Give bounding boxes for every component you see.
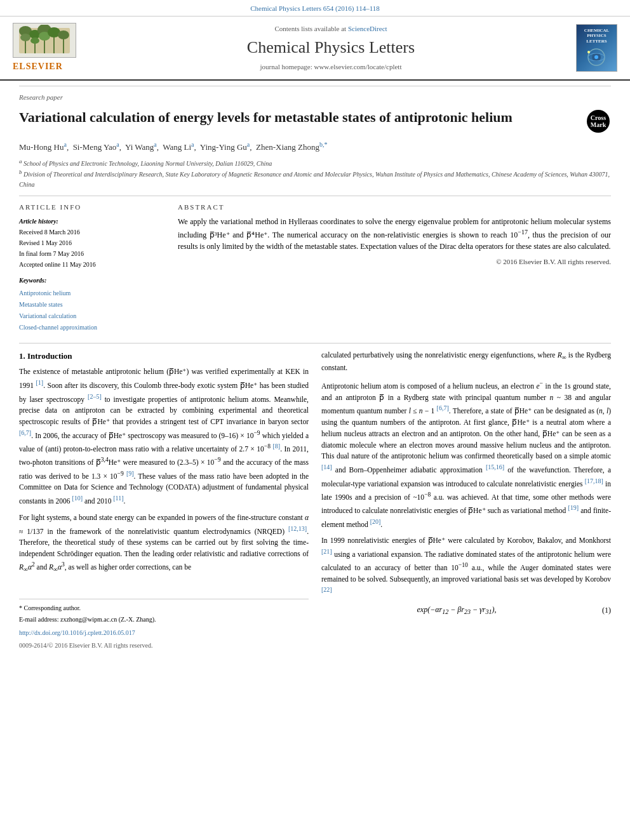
history-final: In final form 7 May 2016 (19, 248, 165, 259)
history-revised: Revised 1 May 2016 (19, 237, 165, 248)
doi-link[interactable]: http://dx.doi.org/10.1016/j.cplett.2016.… (19, 629, 135, 636)
article-content: Research paper Variational calculation o… (0, 86, 630, 650)
crossmark-badge[interactable]: CrossMark (586, 109, 611, 134)
intro-para-2: For light systems, a bound state energy … (19, 512, 309, 575)
svg-point-6 (30, 37, 39, 44)
issn-notice: 0009-2614/© 2016 Elsevier B.V. All right… (19, 641, 309, 651)
sciencedirect-link[interactable]: ScienceDirect (348, 25, 387, 32)
equation-1-number: (1) (592, 604, 611, 617)
article-info-heading: Article Info (19, 203, 165, 212)
keywords-section: Keywords: Antiprotonic helium Metastable… (19, 276, 165, 333)
history-received: Received 8 March 2016 (19, 227, 165, 237)
right-para-2: Antiprotonic helium atom is composed of … (321, 379, 611, 531)
elsevier-wordmark: ELSEVIER (13, 60, 63, 73)
journal-title: Chemical Physics Letters (95, 36, 566, 59)
footnote-corresponding: * Corresponding author. (19, 603, 309, 613)
article-title-block: Variational calculation of energy levels… (19, 109, 611, 134)
journal-cover-thumbnail: CHEMICALPHYSICSLETTERS (576, 24, 617, 72)
abstract-text: We apply the variational method in Hylle… (178, 216, 611, 252)
footnotes-block: * Corresponding author. E-mail address: … (19, 599, 309, 624)
affiliation-a: a School of Physics and Electronic Techn… (19, 157, 611, 168)
abstract-panel: Abstract We apply the variational method… (178, 203, 611, 333)
author-wang-li: Wang Li (163, 143, 191, 152)
journal-title-area: Contents lists available at ScienceDirec… (95, 24, 566, 72)
journal-thumbnail-area: CHEMICALPHYSICSLETTERS (566, 24, 617, 72)
body-two-col: 1. Introduction The existence of metasta… (19, 350, 611, 650)
body-col-left: 1. Introduction The existence of metasta… (19, 350, 309, 650)
author-zhen-xiang-zhong: Zhen-Xiang Zhong (256, 143, 319, 152)
author-si-meng-yao: Si-Meng Yao (73, 143, 117, 152)
affiliations-block: a School of Physics and Electronic Techn… (19, 157, 611, 189)
sciencedirect-notice: Contents lists available at ScienceDirec… (95, 24, 566, 34)
article-title: Variational calculation of energy levels… (19, 109, 579, 127)
footnote-email: E-mail address: zxzhong@wipm.ac.cn (Z.-X… (19, 615, 309, 624)
svg-point-17 (594, 55, 598, 59)
body-col-right: calculated perturbatively using the nonr… (321, 350, 611, 650)
keyword-2: Metastable states (19, 299, 165, 310)
keywords-label: Keywords: (19, 276, 165, 285)
journal-header: ELSEVIER Contents lists available at Sci… (0, 17, 630, 81)
history-accepted: Accepted online 11 May 2016 (19, 259, 165, 270)
journal-homepage: journal homepage: www.elsevier.com/locat… (95, 62, 566, 72)
svg-point-18 (587, 51, 590, 53)
article-info-panel: Article Info Article history: Received 8… (19, 203, 165, 333)
affiliation-b: b Division of Theoretical and Interdisci… (19, 168, 611, 189)
article-type-label: Research paper (19, 86, 611, 105)
equation-1-block: exp(−αr12 − βr23 − γr31), (1) (321, 604, 611, 617)
intro-heading: 1. Introduction (19, 350, 309, 363)
author-ying-ying-gu: Ying-Ying Gu (200, 143, 247, 152)
history-label: Article history: (19, 216, 165, 227)
intro-para-1: The existence of metastable antiprotonic… (19, 366, 309, 507)
author-yi-wang: Yi Wang (125, 143, 154, 152)
elsevier-logo-area: ELSEVIER (13, 23, 95, 73)
keyword-1: Antiprotonic helium (19, 288, 165, 299)
abstract-heading: Abstract (178, 203, 611, 212)
journal-reference: Chemical Physics Letters 654 (2016) 114–… (0, 0, 630, 17)
keyword-3: Variational calculation (19, 310, 165, 322)
authors-line: Mu-Hong Hua, Si-Meng Yaoa, Yi Wanga, Wan… (19, 140, 611, 154)
copyright-notice: © 2016 Elsevier B.V. All rights reserved… (178, 257, 611, 267)
svg-point-13 (58, 30, 69, 39)
article-history: Article history: Received 8 March 2016 R… (19, 216, 165, 270)
right-para-1: calculated perturbatively using the nonr… (321, 350, 611, 374)
right-para-3: In 1999 nonrelativistic energies of p̅He… (321, 535, 611, 599)
equation-1-text: exp(−αr12 − βr23 − γr31), (321, 604, 592, 617)
elsevier-tree-image (13, 23, 76, 58)
author-mu-hong-hu: Mu-Hong Hu (19, 143, 64, 152)
keyword-4: Closed-channel approximation (19, 322, 165, 333)
info-abstract-section: Article Info Article history: Received 8… (19, 196, 611, 333)
body-section-intro: 1. Introduction The existence of metasta… (19, 343, 611, 650)
svg-point-3 (20, 34, 30, 41)
